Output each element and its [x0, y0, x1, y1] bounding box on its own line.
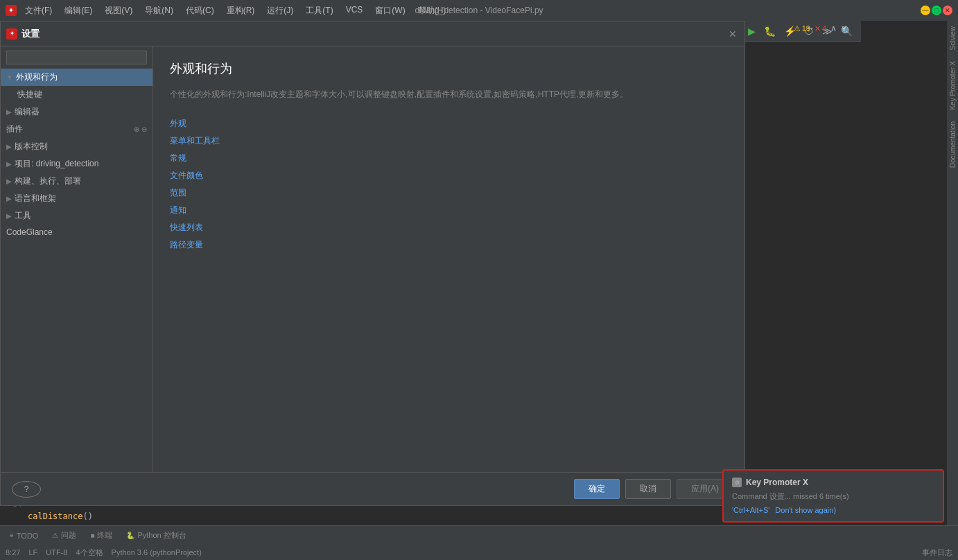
err-icon: ✕ [815, 24, 821, 33]
dialog-close-button[interactable]: ✕ [726, 28, 739, 40]
title-bar: ✦ 文件(F)编辑(E)视图(V)导航(N)代码(C)重构(R)运行(J)工具(… [0, 0, 958, 21]
tree-item-label: CodeGlance [6, 227, 53, 237]
tree-item-label: 项目: driving_detection [15, 158, 98, 170]
tree-item-label: 快捷键 [17, 89, 42, 100]
gutter-collapse[interactable]: ∨ [841, 24, 847, 33]
content-link[interactable]: 常规 [170, 152, 728, 164]
file-title: driving_detection - VideoFacePi.py [415, 6, 543, 15]
menu-bar[interactable]: 文件(F)编辑(E)视图(V)导航(N)代码(C)重构(R)运行(J)工具(T)… [19, 3, 451, 18]
event-log-status[interactable]: 事件日志 [922, 548, 952, 558]
menu-item-导航(N)[interactable]: 导航(N) [139, 3, 179, 18]
tree-item[interactable]: ▶工具 [1, 207, 153, 225]
content-link[interactable]: 范围 [170, 187, 728, 199]
settings-search-input[interactable] [6, 51, 147, 64]
gutter-expand[interactable]: ∧ [830, 24, 837, 33]
app-icon: ✦ [6, 5, 17, 16]
tree-item[interactable]: 快捷键 [1, 86, 153, 103]
key-promoter-tab[interactable]: Key Promoter X [947, 55, 958, 116]
bottom-tab-Python 控制台[interactable]: 🐍Python 控制台 [119, 527, 193, 543]
menu-item-运行(J)[interactable]: 运行(J) [261, 3, 299, 18]
tree-item[interactable]: CodeGlance [1, 225, 153, 240]
footer-buttons: 确定 取消 应用(A) [574, 479, 733, 499]
close-button[interactable]: ✕ [943, 6, 952, 15]
tree-arrow-icon: ▼ [6, 73, 13, 81]
settings-dialog: ✦ 设置 ✕ ▼外观和行为快捷键▶编辑器插件⊕ ⊖▶版本控制▶项目: drivi… [0, 21, 745, 506]
tree-item[interactable]: ▶编辑器 [1, 103, 153, 121]
python-version-status[interactable]: Python 3.6 (pythonProject) [112, 548, 202, 557]
content-description: 个性化的外观和行为:IntelliJ改变主题和字体大小,可以调整键盘映射,配置插… [170, 88, 728, 101]
kp-dont-show[interactable]: Don't show again) [775, 506, 836, 514]
dialog-app-icon: ✦ [6, 28, 17, 40]
debug-button[interactable]: 🐛 [761, 24, 778, 38]
tab-label: Python 控制台 [137, 530, 186, 541]
tree-arrow-icon: ▶ [6, 160, 12, 168]
tree-item-label: 版本控制 [15, 141, 48, 152]
dialog-title: ✦ 设置 [6, 28, 40, 40]
tree-item[interactable]: 插件⊕ ⊖ [1, 121, 153, 138]
plugin-add-icon[interactable]: ⊕ ⊖ [134, 125, 147, 133]
tab-icon: ■ [90, 532, 94, 539]
dialog-title-text: 设置 [21, 28, 40, 40]
settings-tree: ▼外观和行为快捷键▶编辑器插件⊕ ⊖▶版本控制▶项目: driving_dete… [1, 46, 153, 472]
content-link[interactable]: 文件颜色 [170, 170, 728, 182]
minimize-button[interactable]: — [921, 6, 930, 15]
content-links: 外观菜单和工具栏常规文件颜色范围通知快速列表路径变量 [170, 118, 728, 251]
run-button[interactable]: ▶ [745, 24, 758, 38]
tree-arrow-icon: ▶ [6, 143, 12, 150]
content-link[interactable]: 快速列表 [170, 222, 728, 234]
key-promoter-message: Command 设置... missed 6 time(s) [732, 491, 934, 502]
dialog-header: ✦ 设置 ✕ [1, 21, 744, 46]
cancel-button[interactable]: 取消 [625, 479, 671, 499]
warnings-count: 19 [802, 24, 810, 33]
tree-item[interactable]: ▶版本控制 [1, 138, 153, 155]
tab-label: TODO [17, 532, 39, 540]
content-link[interactable]: 菜单和工具栏 [170, 135, 728, 147]
bottom-tab-终端[interactable]: ■终端 [83, 527, 119, 543]
tab-icon: ⚠ [52, 532, 58, 539]
line-sep-status[interactable]: LF [28, 548, 37, 557]
search-container [6, 51, 147, 64]
tree-arrow-icon: ▶ [6, 212, 12, 220]
menu-item-工具(T)[interactable]: 工具(T) [300, 3, 338, 18]
encoding-status[interactable]: UTF-8 [46, 548, 67, 557]
content-link[interactable]: 路径变量 [170, 239, 728, 251]
tree-item-label: 工具 [15, 210, 31, 222]
menu-item-重构(R)[interactable]: 重构(R) [221, 3, 261, 18]
confirm-button[interactable]: 确定 [574, 479, 620, 499]
tree-arrow-icon: ▶ [6, 195, 12, 202]
gutter-info[interactable]: ⚠ 19 ✕ 4 ∧ ∨ [794, 24, 847, 33]
bottom-tab-TODO[interactable]: ≡TODO [3, 529, 45, 543]
window-buttons[interactable]: — □ ✕ [921, 6, 952, 15]
tree-item[interactable]: ▶项目: driving_detection [1, 155, 153, 173]
kp-header: ⚙ Key Promoter X [732, 478, 934, 487]
kp-shortcut[interactable]: 'Ctrl+Alt+S' [732, 506, 769, 514]
warnings-badge[interactable]: ⚠ 19 [794, 24, 810, 33]
kp-actions: 'Ctrl+Alt+S' Don't show again) [732, 506, 934, 514]
documentation-tab[interactable]: Documentation [947, 116, 958, 173]
tree-item[interactable]: ▼外观和行为 [1, 69, 153, 86]
help-button[interactable]: ? [12, 481, 41, 498]
bottom-tab-问题[interactable]: ⚠问题 [45, 527, 83, 543]
tree-item-label: 插件 [6, 123, 23, 135]
settings-content: 外观和行为 个性化的外观和行为:IntelliJ改变主题和字体大小,可以调整键盘… [153, 46, 744, 472]
menu-item-代码(C)[interactable]: 代码(C) [180, 3, 220, 18]
menu-item-窗口(W)[interactable]: 窗口(W) [369, 3, 410, 18]
dialog-footer: ? 确定 取消 应用(A) [1, 472, 744, 505]
line-col-status[interactable]: 8:27 [6, 548, 20, 557]
tree-item-label: 语言和框架 [15, 193, 56, 204]
tree-item[interactable]: ▶语言和框架 [1, 190, 153, 207]
content-link[interactable]: 通知 [170, 204, 728, 216]
indent-status[interactable]: 4个空格 [76, 548, 103, 558]
menu-item-视图(V)[interactable]: 视图(V) [99, 3, 138, 18]
sciview-tab[interactable]: ScIview [947, 21, 958, 55]
menu-item-编辑(E)[interactable]: 编辑(E) [59, 3, 98, 18]
errors-badge[interactable]: ✕ 4 [815, 24, 826, 33]
content-section-title: 外观和行为 [170, 60, 728, 77]
tree-arrow-icon: ▶ [6, 108, 12, 116]
menu-item-文件(F)[interactable]: 文件(F) [19, 3, 58, 18]
content-link[interactable]: 外观 [170, 118, 728, 130]
tree-item[interactable]: ▶构建、执行、部署 [1, 173, 153, 190]
maximize-button[interactable]: □ [932, 6, 941, 15]
menu-item-VCS[interactable]: VCS [340, 3, 369, 18]
bottom-tabs: ≡TODO⚠问题■终端🐍Python 控制台 [0, 525, 958, 545]
